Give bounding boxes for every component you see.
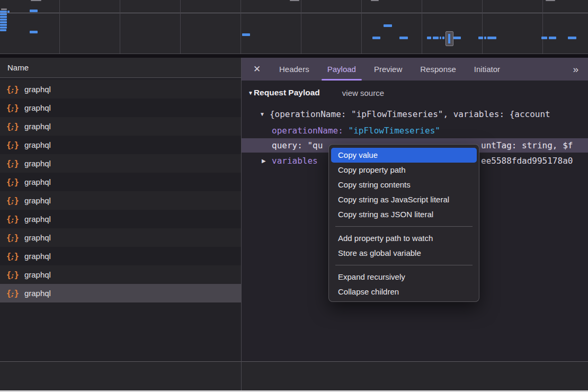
- menu-item-copy-value[interactable]: Copy value: [331, 148, 477, 163]
- json-braces-icon: {;}: [6, 177, 19, 187]
- selected-request-marker[interactable]: [446, 31, 453, 46]
- request-timing-bar[interactable]: [433, 37, 439, 39]
- overview-gridline: [59, 0, 60, 54]
- operation-name-row[interactable]: operationName: "ipFlowTimeseries": [242, 123, 588, 138]
- request-timing-bar[interactable]: [0, 24, 7, 26]
- request-list: {;}graphql{;}graphql{;}graphql{;}graphql…: [0, 80, 241, 302]
- footer-divider: [0, 361, 588, 362]
- request-timing-bar[interactable]: [0, 16, 7, 18]
- menu-item-copy-string-as-json-literal[interactable]: Copy string as JSON literal: [331, 207, 477, 222]
- tab-response[interactable]: Response: [411, 58, 465, 81]
- tab-preview[interactable]: Preview: [365, 58, 411, 81]
- request-timing-bar[interactable]: [549, 37, 556, 39]
- json-braces-icon: {;}: [6, 122, 19, 131]
- table-row[interactable]: {;}graphql: [0, 247, 241, 265]
- request-timing-bar[interactable]: [372, 37, 380, 39]
- request-timing-bar[interactable]: [442, 37, 444, 39]
- table-row[interactable]: {;}graphql: [0, 117, 241, 136]
- table-row[interactable]: {;}graphql: [0, 99, 241, 117]
- menu-item-expand-recursively[interactable]: Expand recursively: [331, 270, 477, 284]
- name-column-header[interactable]: Name: [0, 58, 241, 78]
- payload-summary-row[interactable]: ▼{operationName: "ipFlowTimeseries", var…: [242, 107, 588, 121]
- request-timing-bar[interactable]: [0, 19, 7, 21]
- menu-item-add-property-path-to-watch[interactable]: Add property path to watch: [331, 231, 477, 246]
- request-name-label: graphql: [24, 177, 51, 186]
- request-name-label: graphql: [24, 233, 51, 242]
- request-timing-bar[interactable]: [30, 10, 38, 12]
- request-timing-bar[interactable]: [453, 37, 461, 39]
- request-timing-bar[interactable]: [541, 37, 547, 39]
- table-row[interactable]: {;}graphql: [0, 136, 241, 154]
- table-row[interactable]: {;}graphql: [0, 173, 241, 191]
- json-braces-icon: {;}: [6, 140, 19, 150]
- request-timing-bar[interactable]: [0, 29, 6, 31]
- json-braces-icon: {;}: [6, 103, 19, 113]
- request-timing-bar[interactable]: [1, 8, 7, 10]
- menu-item-copy-property-path[interactable]: Copy property path: [331, 163, 477, 177]
- table-row[interactable]: {;}graphql: [0, 191, 241, 210]
- panel-divider[interactable]: [241, 58, 242, 390]
- menu-item-collapse-children[interactable]: Collapse children: [331, 284, 477, 299]
- tab-initiator[interactable]: Initiator: [465, 58, 509, 81]
- request-timing-bar[interactable]: [384, 24, 392, 27]
- request-timing-bar[interactable]: [440, 37, 441, 39]
- table-row[interactable]: {;}graphql: [0, 210, 241, 228]
- expand-triangle-icon[interactable]: ▶: [262, 158, 266, 164]
- request-timing-bar[interactable]: [7, 11, 10, 13]
- request-name-label: graphql: [24, 289, 51, 298]
- overview-gridline: [361, 0, 362, 54]
- request-timing-bar[interactable]: [0, 26, 7, 29]
- close-icon[interactable]: ✕: [249, 64, 265, 75]
- property-value: "ipFlowTimeseries": [349, 126, 440, 136]
- request-timing-bar[interactable]: [0, 21, 7, 23]
- more-tabs-icon[interactable]: »: [573, 64, 588, 75]
- request-timing-bar[interactable]: [427, 37, 431, 39]
- table-row[interactable]: {;}graphql: [0, 265, 241, 284]
- request-timing-bar[interactable]: [568, 37, 576, 39]
- json-braces-icon: {;}: [6, 159, 19, 168]
- tab-payload[interactable]: Payload: [318, 58, 365, 81]
- request-name-label: graphql: [24, 103, 51, 112]
- request-name-label: graphql: [24, 215, 51, 224]
- request-timing-bar[interactable]: [371, 0, 379, 1]
- table-row[interactable]: {;}graphql: [0, 228, 241, 247]
- overview-gridline: [482, 0, 483, 54]
- overview-gridline: [542, 0, 543, 54]
- table-row[interactable]: {;}graphql: [0, 154, 241, 173]
- request-timing-bar[interactable]: [487, 37, 496, 39]
- request-timing-bar[interactable]: [0, 11, 7, 13]
- property-key: variables: [242, 156, 318, 166]
- request-timing-bar[interactable]: [484, 37, 486, 39]
- request-name-label: graphql: [24, 252, 51, 261]
- json-braces-icon: {;}: [6, 85, 19, 94]
- request-timing-bar[interactable]: [242, 33, 250, 36]
- network-overview[interactable]: [0, 0, 588, 54]
- menu-item-copy-string-as-javascript-literal[interactable]: Copy string as JavaScript literal: [331, 192, 477, 207]
- requests-panel: Name {;}graphql{;}graphql{;}graphql{;}gr…: [0, 58, 241, 361]
- json-braces-icon: {;}: [6, 233, 19, 243]
- request-timing-bar[interactable]: [546, 0, 555, 1]
- overview-gridline: [240, 0, 241, 54]
- devtools-window: Name {;}graphql{;}graphql{;}graphql{;}gr…: [0, 0, 588, 392]
- request-payload-section-header[interactable]: ▼ Request Payload view source: [248, 86, 384, 100]
- expanded-triangle-icon[interactable]: ▼: [260, 111, 265, 117]
- menu-item-store-as-global-variable[interactable]: Store as global variable: [331, 246, 477, 261]
- request-timing-bar[interactable]: [478, 37, 483, 39]
- table-row[interactable]: {;}graphql: [0, 80, 241, 99]
- request-name-label: graphql: [24, 122, 51, 131]
- request-timing-bar[interactable]: [399, 37, 408, 39]
- name-column-label: Name: [7, 63, 29, 72]
- request-timing-bar[interactable]: [290, 0, 299, 1]
- request-timing-bar[interactable]: [31, 0, 41, 1]
- variables-value-fragment: ee5588fdad995178a0: [481, 156, 573, 166]
- tab-headers[interactable]: Headers: [270, 58, 318, 81]
- menu-item-copy-string-contents[interactable]: Copy string contents: [331, 177, 477, 192]
- request-timing-bar[interactable]: [30, 31, 38, 33]
- view-source-link[interactable]: view source: [342, 88, 384, 97]
- request-name-label: graphql: [24, 85, 51, 94]
- request-name-label: graphql: [24, 159, 51, 168]
- table-row[interactable]: {;}graphql: [0, 284, 241, 302]
- property-key: operationName:: [272, 126, 349, 136]
- request-timing-bar[interactable]: [0, 13, 7, 15]
- collapse-triangle-icon[interactable]: ▼: [248, 90, 253, 96]
